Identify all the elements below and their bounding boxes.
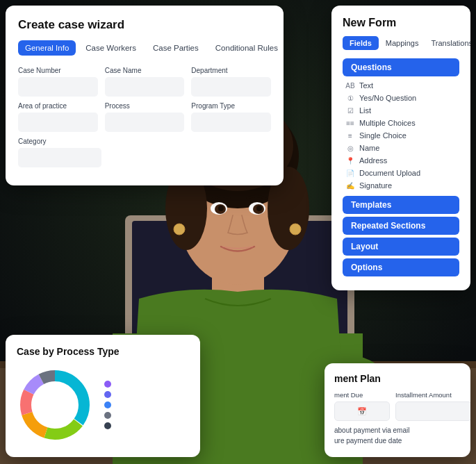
installment-input[interactable] <box>395 401 470 421</box>
legend-dot-3 <box>104 401 111 408</box>
item-multiple-label: Multiple Choices <box>359 119 416 127</box>
newform-title: New Form <box>343 17 459 29</box>
installment-label: Installment Amount <box>395 391 470 399</box>
questions-section: Questions AB Text ① Yes/No Question ☑ Li… <box>343 58 459 192</box>
multiple-icon: ≡≡ <box>345 119 355 127</box>
field-case-name: Case Name <box>105 67 185 97</box>
document-icon: 📄 <box>345 169 355 177</box>
item-single-label: Single Choice <box>359 131 407 140</box>
item-single-choice[interactable]: ≡ Single Choice <box>343 129 459 142</box>
svg-point-36 <box>37 387 73 423</box>
process-label: Process <box>105 102 185 110</box>
new-form-card: New Form Fields Mappings Translations Qu… <box>331 6 470 290</box>
questions-header[interactable]: Questions <box>343 58 459 76</box>
address-icon: 📍 <box>345 157 355 165</box>
field-category: Category <box>18 138 271 167</box>
item-text[interactable]: AB Text <box>343 79 459 92</box>
item-signature[interactable]: ✍ Signature <box>343 179 459 192</box>
legend-dot-4 <box>104 412 111 419</box>
program-type-label: Program Type <box>191 102 271 110</box>
tab-translations[interactable]: Translations <box>426 36 471 50</box>
field-department: Department <box>191 67 271 97</box>
legend-dot-2 <box>104 391 111 398</box>
chart-legend <box>104 381 111 429</box>
item-list-label: List <box>359 106 371 115</box>
item-address[interactable]: 📍 Address <box>343 154 459 167</box>
field-program-type: Program Type <box>191 102 271 132</box>
area-label: Area of practice <box>18 102 98 110</box>
case-number-label: Case Number <box>18 67 98 74</box>
form-row-2: Area of practice Process Program Type <box>18 102 271 132</box>
tab-general-info[interactable]: General Info <box>18 40 76 56</box>
wizard-title: Create case wizard <box>18 18 271 32</box>
item-address-label: Address <box>359 156 387 165</box>
field-process: Process <box>105 102 185 132</box>
item-document-upload[interactable]: 📄 Document Upload <box>343 167 459 179</box>
tab-fields[interactable]: Fields <box>343 36 379 50</box>
payment-plan-card: ment Plan ment Due 📅 Installment Amount … <box>325 363 470 457</box>
payment-text-1: about payment via email <box>334 426 461 434</box>
layout-btn[interactable]: Layout <box>343 238 459 256</box>
category-label: Category <box>18 138 271 145</box>
create-case-wizard-card: Create case wizard General Info Case Wor… <box>6 6 284 185</box>
repeated-sections-btn[interactable]: Repeated Sections <box>343 217 459 235</box>
item-doc-label: Document Upload <box>359 169 420 177</box>
tab-case-parties[interactable]: Case Parties <box>146 40 206 56</box>
case-name-input[interactable] <box>105 77 185 97</box>
options-btn[interactable]: Options <box>343 258 459 276</box>
case-name-label: Case Name <box>105 67 185 74</box>
wizard-tabs: General Info Case Workers Case Parties C… <box>18 40 271 56</box>
payment-text-2: ure payment due date <box>334 437 461 445</box>
installment-col: Installment Amount <box>395 391 470 421</box>
legend-item-2 <box>104 391 111 398</box>
item-yesno[interactable]: ① Yes/No Question <box>343 92 459 104</box>
single-icon: ≡ <box>345 132 355 140</box>
payment-fields-row: ment Due 📅 Installment Amount <box>334 391 461 421</box>
chart-card: Case by Process Type <box>6 335 200 457</box>
item-list[interactable]: ☑ List <box>343 104 459 117</box>
tab-conditional-rules[interactable]: Conditional Rules <box>208 40 284 56</box>
area-input[interactable] <box>18 113 98 132</box>
tab-mappings[interactable]: Mappings <box>380 36 425 50</box>
tab-case-workers[interactable]: Case Workers <box>79 40 143 56</box>
payment-due-col: ment Due 📅 <box>334 391 390 421</box>
department-input[interactable] <box>191 77 271 97</box>
chart-title: Case by Process Type <box>17 346 189 357</box>
legend-item-1 <box>104 381 111 388</box>
yesno-icon: ① <box>345 94 355 102</box>
legend-item-3 <box>104 401 111 408</box>
payment-title: ment Plan <box>334 373 461 384</box>
legend-item-4 <box>104 412 111 419</box>
text-icon: AB <box>345 82 355 90</box>
program-type-input[interactable] <box>191 113 271 132</box>
payment-due-label: ment Due <box>334 391 390 399</box>
legend-dot-5 <box>104 422 111 429</box>
field-area-of-practice: Area of practice <box>18 102 98 132</box>
item-sig-label: Signature <box>359 181 392 190</box>
templates-btn[interactable]: Templates <box>343 196 459 214</box>
field-case-number: Case Number <box>18 67 98 97</box>
donut-chart <box>17 367 93 443</box>
process-input[interactable] <box>105 113 185 132</box>
signature-icon: ✍ <box>345 182 355 190</box>
name-icon: ◎ <box>345 144 355 152</box>
item-text-label: Text <box>359 81 373 90</box>
list-icon: ☑ <box>345 107 355 115</box>
payment-due-input[interactable]: 📅 <box>334 401 390 421</box>
item-multiple-choices[interactable]: ≡≡ Multiple Choices <box>343 117 459 129</box>
item-name[interactable]: ◎ Name <box>343 142 459 154</box>
legend-dot-1 <box>104 381 111 388</box>
item-yesno-label: Yes/No Question <box>359 94 416 102</box>
case-number-input[interactable] <box>18 77 98 97</box>
calendar-icon: 📅 <box>357 407 367 416</box>
legend-item-5 <box>104 422 111 429</box>
item-name-label: Name <box>359 144 379 152</box>
form-row-1: Case Number Case Name Department <box>18 67 271 97</box>
newform-tabs: Fields Mappings Translations <box>343 36 459 50</box>
category-input[interactable] <box>18 148 101 167</box>
department-label: Department <box>191 67 271 74</box>
donut-chart-area <box>17 367 189 443</box>
